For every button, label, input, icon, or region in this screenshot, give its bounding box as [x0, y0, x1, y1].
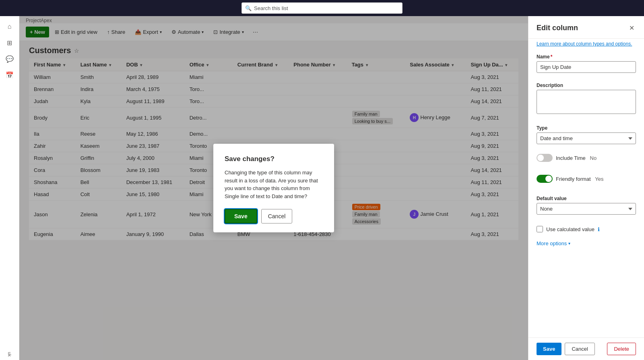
learn-more-link[interactable]: Learn more about column types and option… [528, 39, 644, 49]
info-icon[interactable]: ℹ [598, 226, 600, 232]
panel-default-value-section: Default value None Today [528, 191, 644, 219]
calculated-row: Use calculated value ℹ [537, 226, 636, 232]
dialog-cancel-button[interactable]: Cancel [261, 209, 293, 223]
save-changes-dialog: Save changes? Changing the type of this … [213, 144, 334, 232]
sidebar-bottom-label: uk [7, 352, 12, 360]
dialog-title: Save changes? [225, 155, 323, 163]
panel-name-section: Name * [528, 49, 644, 78]
content-area: ProjectApex + New ⊞ Edit in grid view ↑ … [19, 16, 528, 360]
panel-description-section: Description [528, 78, 644, 120]
panel-cancel-button[interactable]: Cancel [565, 343, 594, 355]
left-sidebar: ⌂ ⊞ 💬 📅 uk [0, 16, 19, 360]
name-field-label: Name * [537, 54, 636, 60]
include-time-label: Include Time No [556, 155, 597, 161]
main-container: ⌂ ⊞ 💬 📅 uk ProjectApex + New ⊞ Edit in g… [0, 16, 644, 360]
calculated-checkbox[interactable] [537, 226, 543, 232]
dialog-save-button[interactable]: Save [225, 209, 257, 223]
sidebar-home-icon[interactable]: ⌂ [2, 19, 17, 34]
search-icon: 🔍 [245, 5, 252, 11]
friendly-format-toggle[interactable] [537, 175, 553, 183]
friendly-format-knob [545, 176, 552, 182]
dialog-actions: Save Cancel [225, 209, 323, 223]
friendly-format-row: Friendly format Yes [537, 175, 636, 183]
friendly-format-label: Friendly format Yes [556, 176, 604, 182]
include-time-toggle[interactable] [537, 154, 553, 162]
panel-close-button[interactable]: ✕ [627, 23, 636, 33]
more-options-label: More options [537, 240, 567, 246]
required-star: * [551, 54, 553, 60]
sidebar-chat-icon[interactable]: 💬 [2, 52, 17, 66]
default-value-label: Default value [537, 196, 636, 201]
panel-header: Edit column ✕ [528, 16, 644, 39]
panel-type-section: Type Date and time Single line of text N… [528, 120, 644, 149]
more-options-chevron-icon: ▾ [568, 241, 570, 246]
type-field-label: Type [537, 125, 636, 131]
description-textarea[interactable] [537, 90, 636, 114]
panel-include-time-section: Include Time No [528, 149, 644, 170]
panel-calculated-section: Use calculated value ℹ [528, 219, 644, 237]
panel-title: Edit column [537, 24, 578, 32]
sidebar-calendar-icon[interactable]: 📅 [2, 68, 17, 82]
default-value-select[interactable]: None Today [537, 203, 636, 215]
calculated-label: Use calculated value [546, 226, 594, 232]
dialog-body: Changing the type of this column may res… [225, 169, 323, 200]
search-placeholder: Search this list [254, 5, 288, 11]
search-bar[interactable]: 🔍 Search this list [242, 2, 402, 14]
modal-overlay: Save changes? Changing the type of this … [19, 16, 528, 360]
top-bar: 🔍 Search this list [0, 0, 644, 16]
panel-delete-button[interactable]: Delete [607, 343, 636, 355]
include-time-knob [537, 155, 544, 161]
panel-friendly-format-section: Friendly format Yes [528, 170, 644, 191]
panel-save-button[interactable]: Save [537, 343, 561, 355]
right-panel: Edit column ✕ Learn more about column ty… [528, 16, 644, 360]
description-field-label: Description [537, 83, 636, 88]
include-time-row: Include Time No [537, 154, 636, 162]
more-options-button[interactable]: More options ▾ [528, 237, 644, 250]
name-input[interactable] [537, 61, 636, 73]
panel-footer: Save Cancel Delete [528, 337, 644, 360]
sidebar-apps-icon[interactable]: ⊞ [2, 35, 17, 50]
type-select[interactable]: Date and time Single line of text Number… [537, 132, 636, 144]
